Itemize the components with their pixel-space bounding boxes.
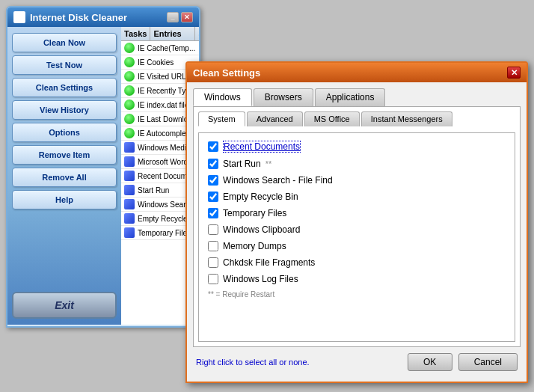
cancel-button[interactable]: Cancel xyxy=(458,353,518,371)
checkbox-logFiles[interactable] xyxy=(208,274,218,284)
list-header: Tasks Entries Size(KB) Status xyxy=(121,27,199,41)
checkbox-row: Empty Recycle Bin xyxy=(208,192,506,202)
list-item-icon xyxy=(124,128,135,138)
header-tasks: Tasks xyxy=(121,27,150,40)
sub-tab-bar: System Advanced MS Office Instant Messen… xyxy=(198,111,515,126)
main-tab-bar: Windows Browsers Applications xyxy=(193,88,521,106)
main-close-button[interactable]: ✕ xyxy=(181,12,193,22)
list-item-text: IE Cookies xyxy=(138,58,174,67)
checkbox-tempFiles[interactable] xyxy=(208,208,218,218)
tab-browsers[interactable]: Browsers xyxy=(254,88,313,106)
checkbox-row: Temporary Files xyxy=(208,208,506,218)
dialog-title: Clean Settings xyxy=(193,67,260,79)
tab-windows[interactable]: Windows xyxy=(193,88,252,106)
checkbox-emptyRecycle[interactable] xyxy=(208,192,218,202)
list-item-icon xyxy=(124,227,135,238)
label-windowsSearch[interactable]: Windows Search - File Find xyxy=(223,175,333,186)
label-emptyRecycle[interactable]: Empty Recycle Bin xyxy=(223,192,298,202)
checkbox-chkdsk[interactable] xyxy=(208,257,218,268)
sidebar: Clean Now Test Now Clean Settings View H… xyxy=(7,27,121,325)
checkbox-startRun[interactable] xyxy=(208,159,218,169)
app-icon xyxy=(13,11,25,23)
dialog-titlebar: Clean Settings ✕ xyxy=(187,63,527,82)
label-startRun[interactable]: Start Run xyxy=(223,159,261,169)
checkbox-row: Memory Dumps xyxy=(208,241,506,251)
title-controls: _ ✕ xyxy=(167,12,193,22)
main-titlebar: Internet Disk Cleaner _ ✕ xyxy=(7,7,199,27)
checkbox-windowsSearch[interactable] xyxy=(208,175,218,186)
subtab-msoffice[interactable]: MS Office xyxy=(304,111,360,126)
label-memoryDumps[interactable]: Memory Dumps xyxy=(223,241,286,251)
list-item-icon xyxy=(124,171,135,181)
help-button[interactable]: Help xyxy=(12,190,117,209)
list-item-text: IE Recently Ty... xyxy=(138,87,191,95)
exit-button[interactable]: Exit xyxy=(12,292,117,319)
list-item-text: IE Cache(Temp... xyxy=(138,44,195,52)
list-item-text: Start Run xyxy=(138,186,169,195)
sub-tab-content: Recent DocumentsStart Run**Windows Searc… xyxy=(198,132,515,342)
list-item-icon xyxy=(124,43,135,53)
options-button[interactable]: Options xyxy=(12,123,117,142)
checkbox-memoryDumps[interactable] xyxy=(208,241,218,251)
tab-applications[interactable]: Applications xyxy=(315,88,386,106)
remove-all-button[interactable]: Remove All xyxy=(12,168,117,187)
label-clipboard[interactable]: Windows Clipboard xyxy=(223,224,300,235)
checkbox-recentDocs[interactable] xyxy=(208,141,218,152)
checkbox-row: Windows Log Files xyxy=(208,274,506,284)
checkbox-row: Recent Documents xyxy=(208,141,506,153)
main-content: Clean Now Test Now Clean Settings View H… xyxy=(7,27,199,325)
checkbox-row: Start Run** xyxy=(208,159,506,169)
label-chkdsk[interactable]: Chkdsk File Fragments xyxy=(223,257,315,268)
list-item-icon xyxy=(124,85,135,96)
label-recentDocs[interactable]: Recent Documents xyxy=(223,141,301,153)
checkbox-row: Chkdsk File Fragments xyxy=(208,257,506,268)
list-item-icon xyxy=(124,142,135,153)
view-history-button[interactable]: View History xyxy=(12,100,117,120)
list-item-icon xyxy=(124,71,135,82)
list-item-icon xyxy=(124,199,135,209)
subtab-advanced[interactable]: Advanced xyxy=(247,111,303,126)
remove-item-button[interactable]: Remove Item xyxy=(12,145,117,165)
label-tempFiles[interactable]: Temporary Files xyxy=(223,208,286,218)
main-title: Internet Disk Cleaner xyxy=(30,12,127,23)
list-item-icon xyxy=(124,213,135,224)
footer-hint: Right click to select all or none. xyxy=(196,358,310,367)
dialog-window: Clean Settings ✕ Windows Browsers Applic… xyxy=(185,61,528,383)
clean-settings-button[interactable]: Clean Settings xyxy=(12,78,117,97)
main-window: Internet Disk Cleaner _ ✕ Clean Now Test… xyxy=(6,6,200,328)
ok-button[interactable]: OK xyxy=(408,353,452,371)
tab-content: System Advanced MS Office Instant Messen… xyxy=(193,106,521,347)
label-logFiles[interactable]: Windows Log Files xyxy=(223,274,298,284)
subtab-system[interactable]: System xyxy=(198,111,245,126)
list-item-icon xyxy=(124,99,135,110)
checkbox-row: Windows Clipboard xyxy=(208,224,506,235)
list-item-icon xyxy=(124,114,135,124)
dialog-close-button[interactable]: ✕ xyxy=(507,67,521,79)
test-now-button[interactable]: Test Now xyxy=(12,55,117,75)
subtab-instant-messengers[interactable]: Instant Messengers xyxy=(361,111,452,126)
list-item[interactable]: IE Cache(Temp... xyxy=(121,41,199,55)
header-sizekb: Size(KB) xyxy=(195,27,199,40)
header-entries: Entries xyxy=(150,27,195,40)
list-item-icon xyxy=(124,185,135,195)
dialog-footer: Right click to select all or none. OK Ca… xyxy=(193,347,521,374)
restart-note: ** = Require Restart xyxy=(208,290,506,298)
list-item-icon xyxy=(124,156,135,167)
dialog-body: Windows Browsers Applications System Adv… xyxy=(187,82,527,380)
checkbox-note: ** xyxy=(266,159,272,168)
list-item-text: IE Visited URL... xyxy=(138,73,192,81)
list-item-text: Temporary Files xyxy=(138,229,191,237)
list-item-icon xyxy=(124,57,135,67)
checkbox-clipboard[interactable] xyxy=(208,224,218,235)
clean-now-button[interactable]: Clean Now xyxy=(12,33,117,52)
footer-buttons: OK Cancel xyxy=(408,353,518,371)
minimize-button[interactable]: _ xyxy=(167,12,179,22)
checkbox-row: Windows Search - File Find xyxy=(208,175,506,186)
